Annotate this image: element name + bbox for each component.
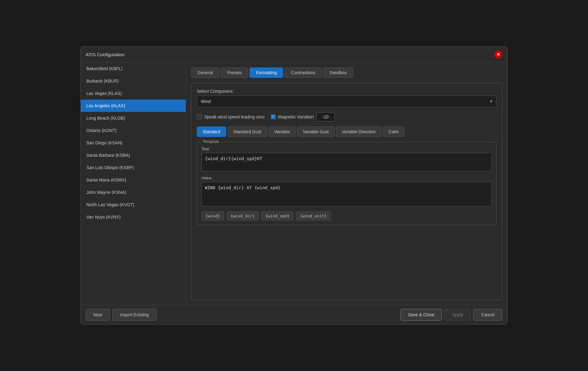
tab-presets[interactable]: Presets xyxy=(221,67,248,78)
magnetic-variation-wrapper: Magnetic Variation xyxy=(271,112,335,122)
sub-tab-standard-gust[interactable]: Standard Gust xyxy=(227,126,267,137)
text-field[interactable] xyxy=(201,153,492,171)
apply-button[interactable]: Apply xyxy=(444,309,471,321)
text-field-label: Text: xyxy=(201,147,492,151)
main-content: Bakersfield (KBFL)Burbank (KBUR)Las Vega… xyxy=(81,62,507,305)
bottom-left-buttons: New Import Existing xyxy=(86,309,157,321)
select-component-label: Select Component: xyxy=(197,89,496,94)
tabs-row: GeneralPresetsFormattingContractionsSand… xyxy=(191,67,502,78)
sidebar-item-burbank[interactable]: Burbank (KBUR) xyxy=(81,75,186,87)
var-tag-wind_spd[interactable]: {wind_spd} xyxy=(261,211,293,220)
sidebar-item-long-beach[interactable]: Long Beach (KLGB) xyxy=(81,112,186,124)
save-close-button[interactable]: Save & Close xyxy=(400,309,442,321)
magnetic-variation-checkbox[interactable] xyxy=(271,114,276,119)
var-tag-wind_unit[interactable]: {wind_unit} xyxy=(296,211,331,220)
template-legend: Template xyxy=(201,139,221,144)
tab-sandbox[interactable]: Sandbox xyxy=(323,67,353,78)
sub-tab-variable-gust[interactable]: Variable Gust xyxy=(297,126,335,137)
cancel-button[interactable]: Cancel xyxy=(473,309,502,321)
tab-formatting[interactable]: Formatting xyxy=(249,67,283,78)
sub-tab-calm[interactable]: Calm xyxy=(383,126,405,137)
var-tag-wind_dir[interactable]: {wind_dir} xyxy=(227,211,259,220)
magnetic-variation-label: Magnetic Variation xyxy=(278,114,314,119)
tab-general[interactable]: General xyxy=(191,67,219,78)
sidebar-item-north-las-vegas[interactable]: North Las Vegas (KVGT) xyxy=(81,198,186,211)
voice-field[interactable] xyxy=(201,182,492,207)
variable-tags: {wind}{wind_dir}{wind_spd}{wind_unit} xyxy=(201,211,492,220)
component-select[interactable]: WindAltimeterTemperatureDewpointVisibili… xyxy=(197,96,496,107)
dialog-title: ATIS Configuration xyxy=(86,52,125,57)
var-tag-wind[interactable]: {wind} xyxy=(201,211,224,220)
atis-configuration-dialog: ATIS Configuration ✕ Bakersfield (KBFL)B… xyxy=(80,46,508,325)
sidebar-item-ontario[interactable]: Ontario (KONT) xyxy=(81,124,186,137)
tab-contractions[interactable]: Contractions xyxy=(284,67,322,78)
speak-wind-speed-label[interactable]: Speak wind speed leading zero xyxy=(197,114,265,119)
sidebar-item-santa-maria[interactable]: Santa Maria (KSMX) xyxy=(81,174,186,186)
sidebar-item-las-vegas[interactable]: Las Vegas (KLAS) xyxy=(81,87,186,100)
new-button[interactable]: New xyxy=(86,309,110,321)
config-area: Select Component: WindAltimeterTemperatu… xyxy=(191,83,502,300)
sidebar-item-los-angeles[interactable]: Los Angeles (KLAX) xyxy=(81,100,186,112)
magnetic-variation-input[interactable] xyxy=(316,112,335,122)
select-component-section: Select Component: WindAltimeterTemperatu… xyxy=(197,89,496,107)
options-row: Speak wind speed leading zero Magnetic V… xyxy=(197,112,496,122)
sidebar: Bakersfield (KBFL)Burbank (KBUR)Las Vega… xyxy=(81,62,186,305)
import-existing-button[interactable]: Import Existing xyxy=(112,309,157,321)
sidebar-item-san-diego[interactable]: San Diego (KSAN) xyxy=(81,137,186,149)
speak-wind-speed-checkbox[interactable] xyxy=(197,114,202,119)
sub-tab-variable[interactable]: Variable xyxy=(268,126,296,137)
title-bar: ATIS Configuration ✕ xyxy=(81,47,507,62)
close-button[interactable]: ✕ xyxy=(494,50,502,58)
voice-field-label: Voice: xyxy=(201,176,492,180)
sub-tabs-row: StandardStandard GustVariableVariable Gu… xyxy=(197,126,496,137)
sub-tab-standard[interactable]: Standard xyxy=(197,126,226,137)
bottom-right-buttons: Save & Close Apply Cancel xyxy=(400,309,502,321)
sidebar-item-john-wayne[interactable]: John Wayne (KSNA) xyxy=(81,186,186,198)
sidebar-item-san-luis-obispo[interactable]: San Luis Obispo (KSBP) xyxy=(81,161,186,174)
sidebar-item-santa-barbara[interactable]: Santa Barbara (KSBA) xyxy=(81,149,186,161)
bottom-bar: New Import Existing Save & Close Apply C… xyxy=(81,305,507,324)
component-select-wrapper: WindAltimeterTemperatureDewpointVisibili… xyxy=(197,96,496,107)
sidebar-item-van-nuys[interactable]: Van Nuys (KVNY) xyxy=(81,211,186,223)
speak-wind-speed-text: Speak wind speed leading zero xyxy=(204,114,265,119)
right-panel: GeneralPresetsFormattingContractionsSand… xyxy=(186,62,507,305)
template-group: Template Text: Voice: {wind}{wind_dir}{w… xyxy=(197,142,496,225)
sidebar-item-bakersfield[interactable]: Bakersfield (KBFL) xyxy=(81,62,186,75)
sub-tab-variable-direction[interactable]: Variable Direction xyxy=(336,126,381,137)
